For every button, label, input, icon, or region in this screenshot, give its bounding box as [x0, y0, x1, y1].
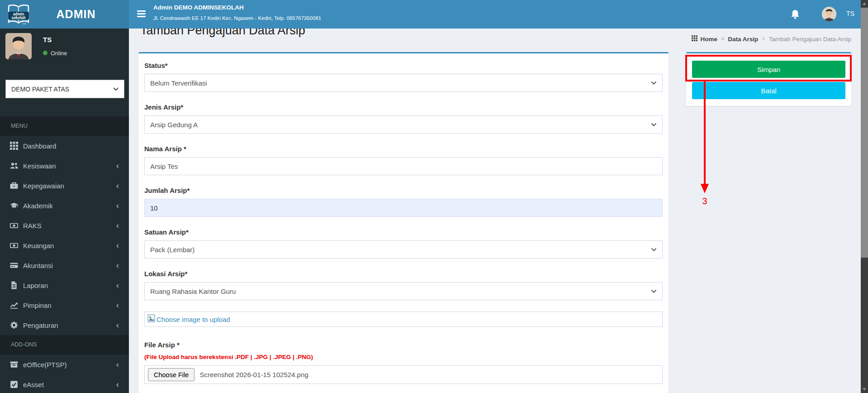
satuan-arsip-label: Satuan Arsip* — [144, 228, 663, 236]
school-info: Admin DEMO ADMINSEKOLAH Jl. Cendrawasih … — [153, 3, 321, 23]
top-navbar: admin sekolah .net ADMIN Admin DEMO ADMI… — [0, 0, 868, 29]
chevron-down-icon — [113, 87, 119, 91]
satuan-arsip-select[interactable]: Pack (Lembar) — [144, 240, 663, 259]
file-extension-note: (File Upload harus berekstensi .PDF | .J… — [144, 353, 663, 361]
brand-logo-block[interactable]: admin sekolah .net ADMIN — [0, 0, 129, 29]
sidebar-item-dashboard[interactable]: Dashboard — [0, 136, 129, 156]
school-name: Admin DEMO ADMINSEKOLAH — [153, 3, 321, 12]
breadcrumb-home[interactable]: Home — [692, 35, 717, 43]
choose-file-button[interactable]: Choose File — [148, 368, 194, 381]
sidebar-item-akuntansi[interactable]: Akuntansi ‹ — [0, 255, 129, 275]
sidebar-item-akademik[interactable]: Akademik ‹ — [0, 196, 129, 216]
jumlah-arsip-input[interactable] — [144, 199, 663, 217]
save-button[interactable]: Simpan — [692, 61, 845, 78]
breadcrumb-data-arsip[interactable]: Data Arsip — [721, 36, 758, 43]
scroll-up-arrow-icon[interactable] — [863, 2, 866, 5]
status-select[interactable]: Belum Terverifikasi — [144, 74, 663, 92]
chevron-left-icon: ‹ — [116, 201, 119, 210]
sidebar-item-kepegawaian[interactable]: Kepegawaian ‹ — [0, 176, 129, 196]
lokasi-arsip-select[interactable]: Ruang Rahasia Kantor Guru — [144, 282, 663, 300]
school-address: Jl. Cendrawasih EE 17 Kediri Kec. Ngasem… — [153, 14, 321, 23]
sidebar-item-raks[interactable]: RAKS ‹ — [0, 216, 129, 235]
annotation-step-number: 3 — [699, 196, 710, 206]
chevron-left-icon: ‹ — [116, 360, 119, 369]
package-select[interactable]: DEMO PAKET ATAS — [5, 80, 124, 98]
addons-section-header: ADD-ONS — [0, 335, 129, 355]
app-window: admin sekolah .net ADMIN Admin DEMO ADMI… — [0, 0, 868, 393]
chevron-left-icon: ‹ — [116, 321, 119, 329]
form-card: Status* Belum Terverifikasi Jenis Arsip*… — [138, 52, 669, 393]
home-grid-icon — [692, 35, 697, 43]
money-icon — [10, 221, 18, 230]
sidebar-item-laporan[interactable]: Laporan ‹ — [0, 275, 129, 295]
sidebar: TS Online DEMO PAKET ATAS MENU Dashboard… — [0, 29, 129, 393]
sidebar-item-eoffice[interactable]: eOffice(PTSP) ‹ — [0, 355, 129, 374]
sidebar-user-panel: TS Online — [0, 29, 129, 80]
file-arsip-label: File Arsip * — [144, 341, 663, 349]
action-card: Simpan Batal — [686, 52, 851, 106]
dashboard-icon — [10, 142, 18, 150]
nama-arsip-label: Nama Arsip * — [144, 145, 663, 153]
selected-filename: Screenshot 2026-01-15 102524.png — [199, 371, 308, 379]
broken-image-icon — [147, 314, 156, 325]
breadcrumb-current: Tambah Pengajuan Data Arsip — [762, 36, 851, 43]
file-input-box[interactable]: Choose File Screenshot 2026-01-15 102524… — [144, 365, 663, 384]
jumlah-arsip-label: Jumlah Arsip* — [144, 187, 663, 195]
vertical-scrollbar[interactable] — [861, 0, 868, 393]
sidebar-user-name: TS — [43, 36, 52, 43]
annotation-arrowhead — [701, 184, 709, 193]
sidebar-toggle-hamburger-icon[interactable] — [137, 9, 147, 19]
jenis-arsip-label: Jenis Arsip* — [144, 103, 663, 111]
status-label: Status* — [144, 62, 663, 70]
sidebar-item-keuangan[interactable]: Keuangan ‹ — [0, 235, 129, 255]
sidebar-addons-menu: eOffice(PTSP) ‹ eAsset ‹ — [0, 355, 129, 393]
file-text-icon — [10, 281, 18, 289]
sidebar-item-pengaturan[interactable]: Pengaturan ‹ — [0, 315, 129, 335]
sidebar-item-easset[interactable]: eAsset ‹ — [0, 374, 129, 393]
navbar: Admin DEMO ADMINSEKOLAH Jl. Cendrawasih … — [129, 0, 868, 29]
credit-card-icon — [10, 261, 18, 269]
menu-section-header: MENU — [0, 116, 129, 136]
line-chart-icon — [10, 301, 18, 309]
header-username[interactable]: TS — [846, 10, 854, 17]
scrollbar-thumb[interactable] — [861, 8, 868, 258]
archive-icon — [10, 360, 18, 369]
scroll-down-arrow-icon[interactable] — [863, 388, 866, 391]
chevron-down-icon — [651, 123, 657, 127]
sidebar-user-status: Online — [43, 50, 67, 57]
svg-text:.net: .net — [22, 22, 26, 25]
image-upload-box[interactable]: Choose image to upload — [144, 312, 663, 327]
chevron-left-icon: ‹ — [116, 182, 119, 190]
check-square-icon — [10, 380, 18, 388]
sidebar-item-pimpinan[interactable]: Pimpinan ‹ — [0, 295, 129, 315]
chevron-left-icon: ‹ — [116, 281, 119, 289]
sidebar-user-avatar[interactable] — [5, 33, 32, 59]
chevron-left-icon: ‹ — [116, 380, 119, 388]
briefcase-icon — [10, 182, 18, 190]
breadcrumb: Home Data Arsip Tambah Pengajuan Data Ar… — [498, 35, 851, 43]
chevron-down-icon — [651, 81, 657, 85]
chevron-left-icon: ‹ — [116, 301, 119, 309]
graduation-cap-icon — [10, 201, 18, 210]
sidebar-menu: Dashboard Kesiswaan ‹ Kepegawaian ‹ Akad… — [0, 136, 129, 335]
chevron-left-icon: ‹ — [116, 221, 119, 230]
chevron-left-icon: ‹ — [116, 162, 119, 170]
cancel-button[interactable]: Batal — [692, 82, 845, 99]
bell-icon[interactable] — [790, 9, 800, 20]
chevron-left-icon: ‹ — [116, 261, 119, 269]
chevron-left-icon: ‹ — [116, 241, 119, 249]
sidebar-item-kesiswaan[interactable]: Kesiswaan ‹ — [0, 156, 129, 176]
online-status-dot — [43, 51, 47, 55]
header-user-avatar[interactable] — [822, 7, 836, 21]
chevron-down-icon — [651, 289, 657, 293]
nama-arsip-input[interactable] — [144, 157, 663, 175]
jenis-arsip-select[interactable]: Arsip Gedung A — [144, 115, 663, 134]
brand-title: ADMIN — [35, 8, 117, 21]
chevron-down-icon — [651, 248, 657, 252]
svg-text:sekolah: sekolah — [12, 15, 26, 20]
gear-icon — [10, 321, 18, 329]
users-icon — [10, 162, 18, 170]
adminsekolah-book-logo: admin sekolah .net — [7, 3, 30, 26]
money-icon — [10, 241, 18, 249]
image-upload-alt-text: Choose image to upload — [157, 316, 230, 323]
